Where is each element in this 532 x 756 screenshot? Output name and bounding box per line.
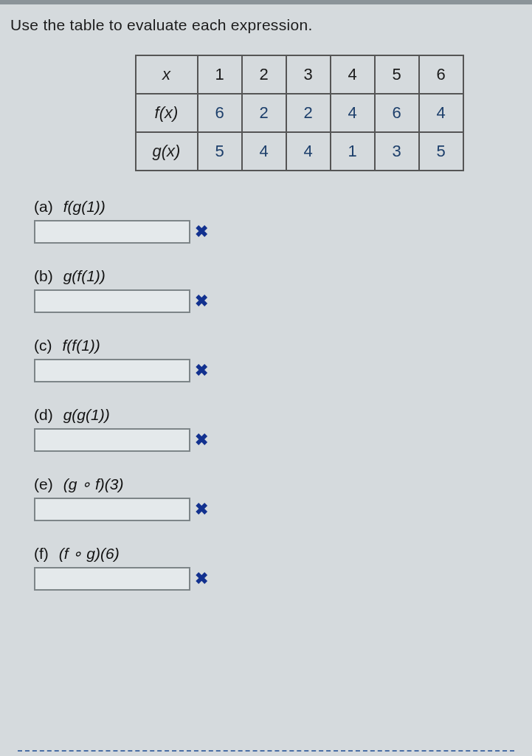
g-3: 4 [286,132,331,171]
question-tag: (f) [34,545,49,562]
f-2: 2 [242,94,286,132]
g-4: 1 [331,132,375,171]
g-2: 4 [242,132,286,171]
answer-input-c[interactable] [34,359,190,382]
question-tag: (c) [34,337,52,354]
wrong-icon: ✖ [195,362,208,379]
answer-input-d[interactable] [34,428,190,452]
row-label-g: g(x) [136,132,198,171]
table-row: g(x) 5 4 4 1 3 5 [136,132,463,171]
f-6: 4 [419,94,463,132]
question-tag: (d) [34,406,53,423]
answer-input-a[interactable] [34,220,190,244]
wrong-icon: ✖ [195,224,208,240]
question-label: (a)f(g(1)) [34,198,522,216]
answer-input-e[interactable] [34,498,190,521]
header-x: x [136,55,198,94]
question-e: (e)(g ∘ f)(3) ✖ [34,475,522,521]
instruction-text: Use the table to evaluate each expressio… [10,16,522,34]
header-c6: 6 [419,55,463,94]
question-tag: (a) [34,198,53,215]
question-f: (f)(f ∘ g)(6) ✖ [34,545,522,591]
header-c4: 4 [331,55,375,94]
function-table-wrap: x 1 2 3 4 5 6 f(x) 6 2 2 4 6 4 [77,55,522,171]
f-4: 4 [331,94,375,132]
wrong-icon: ✖ [195,293,208,309]
f-3: 2 [286,94,331,132]
header-c3: 3 [286,55,331,94]
question-expr: (g ∘ f)(3) [63,475,124,492]
wrong-icon: ✖ [195,432,208,448]
header-c1: 1 [198,55,242,94]
question-expr: (f ∘ g)(6) [59,545,120,562]
question-expr: f(f(1)) [63,337,100,354]
question-expr: f(g(1)) [63,198,106,215]
questions-list: (a)f(g(1)) ✖ (b)g(f(1)) ✖ (c)f(f(1)) [34,198,522,591]
question-expr: g(f(1)) [63,267,106,284]
function-table: x 1 2 3 4 5 6 f(x) 6 2 2 4 6 4 [135,55,464,171]
header-c5: 5 [375,55,419,94]
f-1: 6 [198,94,242,132]
question-expr: g(g(1)) [63,406,110,423]
g-6: 5 [419,132,463,171]
question-label: (f)(f ∘ g)(6) [34,545,522,563]
question-label: (e)(g ∘ f)(3) [34,475,522,493]
wrong-icon: ✖ [195,571,208,587]
question-tag: (e) [34,475,53,492]
wrong-icon: ✖ [195,501,208,518]
question-label: (c)f(f(1)) [34,337,522,354]
table-header-row: x 1 2 3 4 5 6 [136,55,463,94]
question-b: (b)g(f(1)) ✖ [34,267,522,313]
question-d: (d)g(g(1)) ✖ [34,406,522,452]
question-label: (b)g(f(1)) [34,267,522,285]
question-label: (d)g(g(1)) [34,406,522,424]
table-row: f(x) 6 2 2 4 6 4 [136,94,463,132]
divider [18,750,514,752]
question-a: (a)f(g(1)) ✖ [34,198,522,244]
row-label-f: f(x) [136,94,198,132]
question-c: (c)f(f(1)) ✖ [34,337,522,382]
answer-input-b[interactable] [34,289,190,313]
g-5: 3 [375,132,419,171]
answer-input-f[interactable] [34,567,190,591]
header-c2: 2 [242,55,286,94]
g-1: 5 [198,132,242,171]
question-tag: (b) [34,267,53,284]
f-5: 6 [375,94,419,132]
